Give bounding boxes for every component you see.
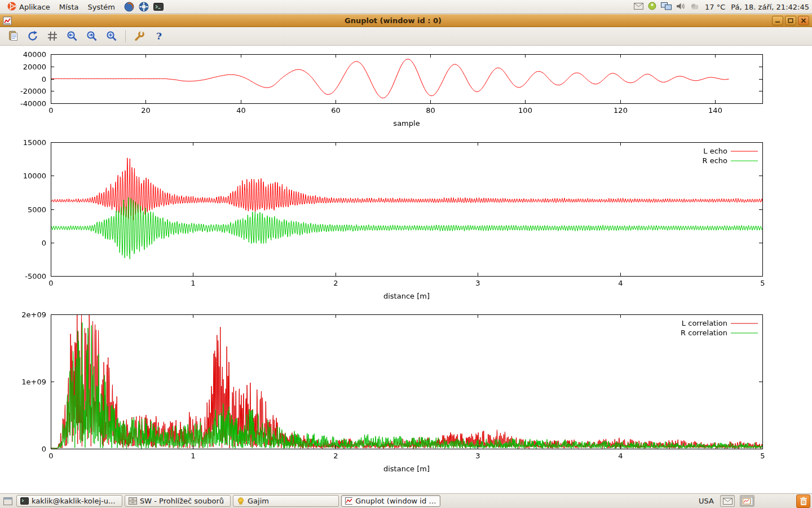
mail-tray-icon xyxy=(723,498,732,505)
taskbar-item-label: SW - Prohlížeč souborů xyxy=(140,497,224,505)
taskbar-item-terminal[interactable]: kaklik@kaklik-kolej-u... xyxy=(16,495,122,507)
weather-icon[interactable] xyxy=(690,3,700,11)
panel-status-area: 17 °C Pá, 18. září, 21:42:45 xyxy=(634,2,809,12)
grid-icon xyxy=(47,30,58,42)
taskbar-item-gnuplot[interactable]: Gnuplot (window id : 0) xyxy=(341,495,440,507)
menu-system[interactable]: Systém xyxy=(83,0,119,14)
menu-applications-label: Aplikace xyxy=(19,3,50,11)
chart-echo[interactable] xyxy=(0,135,812,308)
autoscale-icon xyxy=(106,30,117,42)
plot-area xyxy=(0,46,812,493)
toolbar-separator xyxy=(125,30,126,42)
close-button[interactable] xyxy=(798,16,809,25)
terminal-icon xyxy=(20,497,29,505)
copy-button[interactable] xyxy=(6,29,20,43)
menu-system-label: Systém xyxy=(87,3,114,11)
menu-places[interactable]: Místa xyxy=(55,0,83,14)
status-tray-icon[interactable] xyxy=(648,2,656,12)
mail-icon[interactable] xyxy=(634,3,643,11)
taskbar-item-label: kaklik@kaklik-kolej-u... xyxy=(32,497,115,505)
top-panel: Aplikace Místa Systém xyxy=(0,0,812,14)
zoom-previous-icon xyxy=(67,30,78,42)
menu-applications[interactable]: Aplikace xyxy=(3,0,55,14)
temperature-label: 17 °C xyxy=(705,3,725,11)
zoom-next-icon xyxy=(86,30,98,42)
mail-tray-button[interactable] xyxy=(720,495,735,507)
taskbar-item-label: Gajim xyxy=(248,497,269,505)
copy-icon xyxy=(7,30,19,42)
terminal-icon[interactable] xyxy=(153,2,164,11)
replot-icon xyxy=(27,30,38,42)
taskbar-item-gajim[interactable]: Gajim xyxy=(233,495,339,507)
window-controls xyxy=(772,16,809,25)
trash-icon xyxy=(800,497,807,506)
menu-places-label: Místa xyxy=(59,3,79,11)
zoom-previous-button[interactable] xyxy=(65,29,80,43)
chart-correlation[interactable] xyxy=(0,308,812,480)
gnuplot-icon xyxy=(345,497,352,505)
taskbar-tray: USA xyxy=(698,494,810,508)
workspace-icon xyxy=(741,497,753,506)
panel-launchers xyxy=(124,2,164,12)
autoscale-button[interactable] xyxy=(104,29,119,43)
minimize-icon xyxy=(775,18,780,23)
maximize-icon xyxy=(788,18,793,23)
maximize-button[interactable] xyxy=(785,16,796,25)
volume-icon[interactable] xyxy=(676,2,686,12)
file-manager-icon xyxy=(129,497,137,505)
gnuplot-toolbar: ? xyxy=(0,27,812,46)
panel-menus: Aplikace Místa Systém xyxy=(3,0,164,14)
keyboard-layout-indicator[interactable]: USA xyxy=(698,497,715,505)
ubuntu-logo-icon xyxy=(7,2,16,12)
config-button[interactable] xyxy=(132,29,147,43)
gajim-icon xyxy=(237,497,245,505)
workspace-switcher[interactable] xyxy=(740,495,754,507)
close-icon xyxy=(801,18,806,23)
clock[interactable]: Pá, 18. září, 21:42:45 xyxy=(731,3,809,11)
grid-button[interactable] xyxy=(45,29,60,43)
taskbar: kaklik@kaklik-kolej-u... SW - Prohlížeč … xyxy=(0,493,812,508)
help-browser-icon[interactable] xyxy=(139,2,149,12)
show-desktop-icon xyxy=(3,497,12,505)
minimize-button[interactable] xyxy=(772,16,783,25)
display-icon[interactable] xyxy=(661,2,672,12)
taskbar-item-label: Gnuplot (window id : 0) xyxy=(355,497,436,505)
replot-button[interactable] xyxy=(25,29,40,43)
trash-button[interactable] xyxy=(796,494,810,508)
help-button[interactable]: ? xyxy=(152,29,166,43)
gnuplot-window-icon xyxy=(3,16,12,25)
desktop: Aplikace Místa Systém xyxy=(0,0,812,508)
titlebar[interactable]: Gnuplot (window id : 0) xyxy=(0,14,812,27)
show-desktop-button[interactable] xyxy=(2,495,14,507)
zoom-next-button[interactable] xyxy=(85,29,99,43)
taskbar-item-file-manager[interactable]: SW - Prohlížeč souborů xyxy=(125,495,231,507)
config-icon xyxy=(134,30,145,42)
chart-chirp-signal[interactable] xyxy=(0,50,812,135)
tray-spacer xyxy=(760,501,791,501)
help-icon: ? xyxy=(156,30,162,42)
window-title: Gnuplot (window id : 0) xyxy=(14,16,772,25)
firefox-icon[interactable] xyxy=(124,2,134,12)
